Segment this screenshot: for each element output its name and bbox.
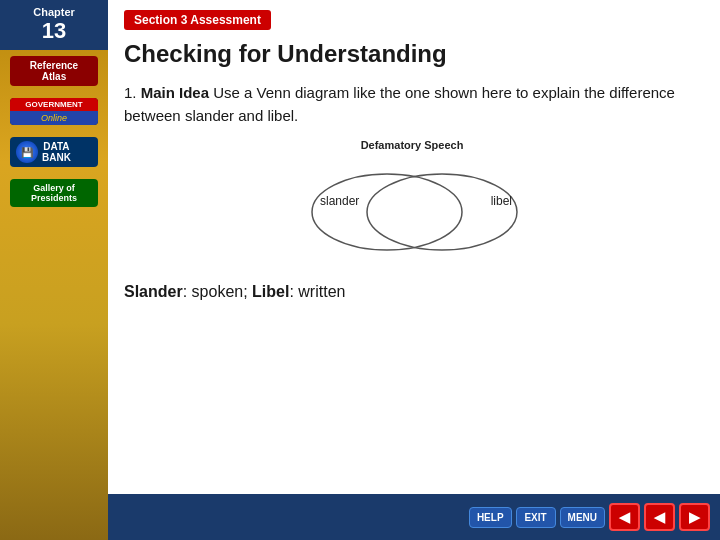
reference-atlas-label: ReferenceAtlas [30, 60, 78, 82]
gov-online-bottom-label: Online [10, 111, 98, 125]
sidebar-item-data-bank[interactable]: 💾 DATABANK [10, 137, 98, 167]
venn-label-slander: slander [320, 194, 359, 208]
chapter-label: Chapter [4, 6, 104, 18]
venn-container: Defamatory Speech slander libel [124, 139, 700, 269]
main-idea-label: Main Idea [141, 84, 209, 101]
question-number: 1. [124, 84, 137, 101]
sidebar: Chapter 13 ReferenceAtlas GOVERNMENT Onl… [0, 0, 108, 540]
venn-label-libel: libel [491, 194, 512, 208]
sidebar-item-reference-atlas[interactable]: ReferenceAtlas [10, 56, 98, 86]
bottom-toolbar: HELP EXIT MENU ◀ ◀ ▶ [108, 494, 720, 540]
sidebar-item-gallery-presidents[interactable]: Gallery ofPresidents [10, 179, 98, 207]
question-text: 1. Main Idea Use a Venn diagram like the… [124, 82, 700, 127]
sidebar-item-gov-online[interactable]: GOVERNMENT Online [10, 98, 98, 125]
help-button[interactable]: HELP [469, 507, 512, 528]
prev-button[interactable]: ◀ [644, 503, 675, 531]
chapter-number: 13 [4, 18, 104, 44]
main-content: Section 3 Assessment Checking for Unders… [108, 0, 720, 540]
page-title: Checking for Understanding [124, 40, 700, 68]
answer-slander-desc: : spoken; [183, 283, 252, 300]
gov-online-top-label: GOVERNMENT [10, 98, 98, 111]
section-badge: Section 3 Assessment [124, 10, 271, 30]
gallery-presidents-label: Gallery ofPresidents [31, 183, 77, 203]
back-button[interactable]: ◀ [609, 503, 640, 531]
question-block: 1. Main Idea Use a Venn diagram like the… [124, 82, 700, 301]
data-bank-label: DATABANK [42, 141, 71, 163]
venn-diagram: Defamatory Speech slander libel [282, 139, 542, 269]
answer-line: Slander: spoken; Libel: written [124, 283, 700, 301]
menu-button[interactable]: MENU [560, 507, 605, 528]
data-bank-icon: 💾 [16, 141, 38, 163]
chapter-box: Chapter 13 [0, 0, 108, 50]
answer-libel-desc: : written [289, 283, 345, 300]
venn-title: Defamatory Speech [361, 139, 464, 151]
exit-button[interactable]: EXIT [516, 507, 556, 528]
answer-slander-label: Slander [124, 283, 183, 300]
next-button[interactable]: ▶ [679, 503, 710, 531]
answer-libel-label: Libel [252, 283, 289, 300]
